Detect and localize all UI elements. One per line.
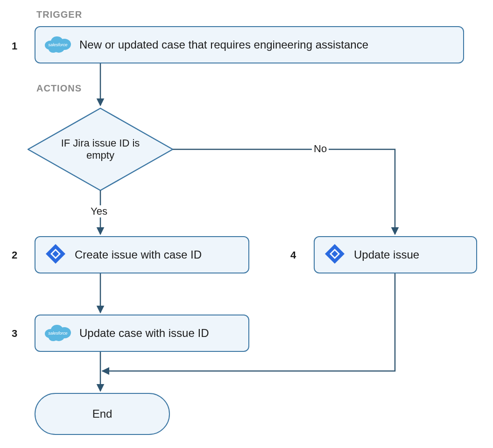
edge-no-label: No xyxy=(312,143,329,155)
decision-text: IF Jira issue ID is empty xyxy=(55,137,146,161)
end-text: End xyxy=(92,407,113,420)
step-number-1: 1 xyxy=(12,40,17,52)
edge-yes-label: Yes xyxy=(89,205,109,217)
step4-node: Update issue xyxy=(314,236,477,273)
jira-icon xyxy=(44,242,67,267)
end-node: End xyxy=(35,393,170,435)
step4-text: Update issue xyxy=(354,248,419,261)
svg-text:salesforce: salesforce xyxy=(48,42,67,47)
step3-node: salesforce Update case with issue ID xyxy=(35,315,249,352)
trigger-section-label: TRIGGER xyxy=(36,9,82,20)
svg-text:salesforce: salesforce xyxy=(48,331,67,336)
step-number-4: 4 xyxy=(290,249,296,261)
step3-text: Update case with issue ID xyxy=(79,327,209,340)
step2-node: Create issue with case ID xyxy=(35,236,249,273)
step-number-2: 2 xyxy=(12,249,17,261)
trigger-node: salesforce New or updated case that requ… xyxy=(35,26,464,63)
step2-text: Create issue with case ID xyxy=(75,248,202,261)
salesforce-icon: salesforce xyxy=(44,34,72,56)
actions-section-label: ACTIONS xyxy=(36,83,82,94)
decision-node: IF Jira issue ID is empty xyxy=(27,107,174,191)
jira-icon xyxy=(323,242,346,267)
trigger-text: New or updated case that requires engine… xyxy=(79,38,368,51)
step-number-3: 3 xyxy=(12,328,17,340)
salesforce-icon: salesforce xyxy=(44,322,72,344)
flow-connectors xyxy=(0,0,493,448)
